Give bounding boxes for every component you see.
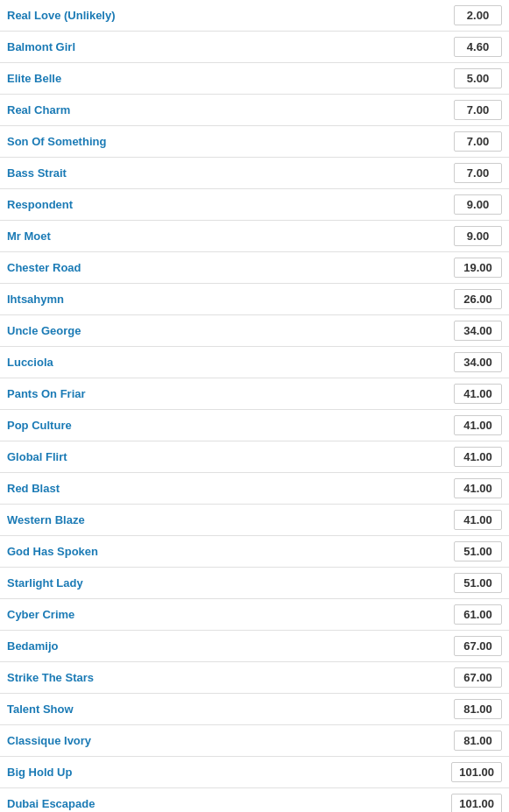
list-item[interactable]: Real Charm7.00 [0,95,509,126]
horse-name: Respondent [7,198,454,211]
horse-name: Ihtsahymn [7,293,454,306]
odds-box[interactable]: 67.00 [454,636,502,656]
odds-box[interactable]: 9.00 [454,194,502,215]
list-item[interactable]: Pop Culture41.00 [0,410,509,441]
horse-name: Mr Moet [7,229,454,243]
list-item[interactable]: Son Of Something7.00 [0,126,509,158]
list-item[interactable]: Western Blaze41.00 [0,505,509,536]
odds-box[interactable]: 7.00 [454,163,502,183]
odds-box[interactable]: 7.00 [454,131,502,152]
list-item[interactable]: Lucciola34.00 [0,347,509,378]
odds-box[interactable]: 61.00 [454,604,502,625]
list-item[interactable]: God Has Spoken51.00 [0,536,509,568]
horse-name: Real Charm [7,103,454,117]
horse-name: Son Of Something [7,135,454,148]
list-item[interactable]: Elite Belle5.00 [0,63,509,95]
horse-name: God Has Spoken [7,545,454,558]
list-item[interactable]: Classique Ivory81.00 [0,725,509,757]
odds-box[interactable]: 34.00 [454,321,502,341]
list-item[interactable]: Ihtsahymn26.00 [0,284,509,315]
odds-box[interactable]: 26.00 [454,289,502,309]
horse-name: Bass Strait [7,166,454,180]
horse-name: Bedamijo [7,639,454,653]
list-item[interactable]: Chester Road19.00 [0,252,509,284]
odds-box[interactable]: 41.00 [454,415,502,435]
horse-name: Cyber Crime [7,608,454,621]
horse-name: Red Blast [7,482,454,495]
odds-box[interactable]: 51.00 [454,541,502,561]
horse-list: Real Love (Unlikely)2.00Balmont Girl4.60… [0,0,509,812]
list-item[interactable]: Big Hold Up101.00 [0,757,509,788]
list-item[interactable]: Pants On Friar41.00 [0,378,509,410]
horse-name: Starlight Lady [7,576,454,590]
list-item[interactable]: Global Flirt41.00 [0,441,509,473]
list-item[interactable]: Bedamijo67.00 [0,631,509,662]
list-item[interactable]: Cyber Crime61.00 [0,599,509,631]
odds-box[interactable]: 101.00 [451,762,502,782]
horse-name: Elite Belle [7,72,454,85]
horse-name: Real Love (Unlikely) [7,9,454,22]
odds-box[interactable]: 41.00 [454,510,502,530]
odds-box[interactable]: 9.00 [454,226,502,246]
odds-box[interactable]: 41.00 [454,447,502,467]
horse-name: Talent Show [7,703,454,716]
odds-box[interactable]: 7.00 [454,100,502,120]
horse-name: Pants On Friar [7,387,454,400]
list-item[interactable]: Uncle George34.00 [0,315,509,347]
list-item[interactable]: Real Love (Unlikely)2.00 [0,0,509,32]
odds-box[interactable]: 2.00 [454,5,502,25]
odds-box[interactable]: 41.00 [454,478,502,498]
odds-box[interactable]: 34.00 [454,352,502,372]
list-item[interactable]: Mr Moet9.00 [0,221,509,252]
horse-name: Chester Road [7,261,454,274]
odds-box[interactable]: 81.00 [454,731,502,751]
horse-name: Strike The Stars [7,671,454,684]
list-item[interactable]: Respondent9.00 [0,189,509,221]
horse-name: Big Hold Up [7,766,451,779]
list-item[interactable]: Red Blast41.00 [0,473,509,505]
odds-box[interactable]: 101.00 [451,794,502,812]
horse-name: Pop Culture [7,419,454,432]
list-item[interactable]: Strike The Stars67.00 [0,662,509,694]
horse-name: Balmont Girl [7,40,454,53]
odds-box[interactable]: 51.00 [454,573,502,593]
horse-name: Global Flirt [7,450,454,463]
horse-name: Dubai Escapade [7,797,451,810]
odds-box[interactable]: 41.00 [454,384,502,404]
horse-name: Classique Ivory [7,734,454,747]
odds-box[interactable]: 4.60 [454,37,502,57]
horse-name: Western Blaze [7,513,454,526]
list-item[interactable]: Balmont Girl4.60 [0,32,509,63]
list-item[interactable]: Talent Show81.00 [0,694,509,725]
odds-box[interactable]: 5.00 [454,68,502,88]
list-item[interactable]: Bass Strait7.00 [0,158,509,189]
odds-box[interactable]: 81.00 [454,699,502,719]
odds-box[interactable]: 67.00 [454,667,502,688]
horse-name: Uncle George [7,324,454,337]
list-item[interactable]: Starlight Lady51.00 [0,568,509,599]
list-item[interactable]: Dubai Escapade101.00 [0,788,509,812]
odds-box[interactable]: 19.00 [454,258,502,278]
horse-name: Lucciola [7,356,454,369]
